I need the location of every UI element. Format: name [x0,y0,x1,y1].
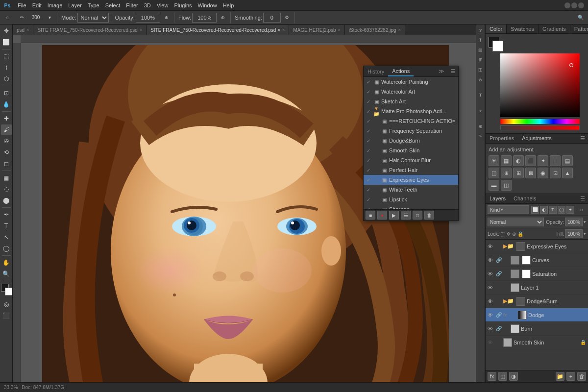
opacity-value-input[interactable] [565,218,583,226]
lasso-tool[interactable]: ⌇ [1,62,12,73]
tab-close[interactable]: × [338,27,341,32]
history-brush-tool[interactable]: ⟲ [1,147,12,158]
filter-shape-icon[interactable]: ◯ [558,206,565,214]
action-freq-sep[interactable]: ✓ ▣ Frequency Separation [364,126,458,136]
brush-tool[interactable]: 🖌 [1,124,12,135]
adj-brightness-btn[interactable]: ☀ [489,155,499,166]
fill-arrow[interactable]: ▾ [584,231,586,236]
healing-tool[interactable]: ✚ [1,113,12,124]
marquee-tool[interactable]: ⬚ [1,51,12,62]
layer-saturation[interactable]: 👁 🔗 Saturation [486,267,588,281]
quick-select-tool[interactable]: ⬡ [1,74,12,84]
window-maximize[interactable] [571,2,577,8]
tab-close[interactable]: × [398,27,401,32]
hue-slider[interactable] [500,119,580,124]
menu-type[interactable]: Type [85,1,102,9]
action-hair-blur[interactable]: ✓ ▣ Hair Contour Blur [364,155,458,165]
action-sketch-art[interactable]: ✓ ▣ Sketch Art [364,97,458,106]
adj-colorbalance-btn[interactable]: ▤ [562,155,573,166]
play-action-btn[interactable]: ▶ [389,211,399,220]
menu-layer[interactable]: Layer [65,1,85,9]
layers-tab[interactable]: Layers [486,194,510,203]
dodge-tool[interactable]: ⬤ [1,195,12,206]
new-adj-layer-btn[interactable]: ◑ [509,372,518,381]
action-lipstick[interactable]: ✓ ▣ Lipstick [364,195,458,204]
pen-tool[interactable]: ✒ [1,209,12,220]
action-dodge-burn[interactable]: ✓ ▣ Dodge&Burn [364,136,458,146]
search-btn[interactable]: 🔍 [575,12,586,23]
adj-curves-btn[interactable]: ◐ [513,155,524,166]
action-sharpen[interactable]: ✓ ▣ Sharpen [364,204,458,209]
strip-learn-icon[interactable]: ? [477,26,485,34]
adj-huesat-btn[interactable]: ≡ [550,155,561,166]
menu-view[interactable]: View [154,1,172,9]
path-tool[interactable]: ↖ [1,232,12,243]
adj-selective-color-btn[interactable]: ◫ [501,180,512,191]
brush-picker-btn[interactable]: ▾ [44,12,55,23]
strip-path-icon[interactable]: ⌖ [477,107,485,115]
blend-mode-select[interactable]: Normal Multiply Screen Overlay [488,218,544,226]
adj-channelmix-btn[interactable]: ⊞ [513,168,524,178]
window-minimize[interactable] [564,2,570,8]
properties-tab[interactable]: Properties [486,134,518,143]
menu-filter[interactable]: Filter [123,1,141,9]
tab-close[interactable]: × [26,27,29,32]
hand-tool[interactable]: ✋ [1,257,12,268]
new-action-set-btn[interactable]: ☰ [401,211,411,220]
action-white-teeth[interactable]: ✓ ▣ White Teeth [364,185,458,195]
adj-invert-btn[interactable]: ◉ [538,168,548,178]
opacity-arrow[interactable]: ▾ [584,220,586,224]
fill-value-input[interactable] [565,229,583,238]
adj-posterize-btn[interactable]: ⊡ [550,168,561,178]
lock-position-icon[interactable]: ✥ [507,231,511,237]
opacity-slider[interactable] [500,125,580,130]
adj-threshold-btn[interactable]: ▲ [562,168,573,178]
action-matte-pro-folder[interactable]: ✓ ▼ 📁 Matte Pro Photoshop Acti... [364,106,458,116]
channels-tab[interactable]: Channels [510,194,540,203]
artboard-tool[interactable]: ⬜ [1,37,12,48]
action-retouching[interactable]: ✓ ▣ ===RETOUCHING ACTIO=== [364,116,458,126]
layer-dodgeburn-folder[interactable]: 👁 ▶📁 Dodge&Burn [486,294,588,308]
layer-expressive-eyes-folder[interactable]: 👁 ▶📁 Expressive Eyes [486,240,588,253]
home-button[interactable]: ⌂ [2,12,13,23]
fg-bg-swatches[interactable] [489,37,503,51]
eyedropper-tool[interactable]: 💧 [1,99,12,110]
window-close[interactable] [578,2,584,8]
blur-tool[interactable]: ◌ [1,184,12,195]
visibility-icon[interactable]: 👁 [488,298,494,304]
layer-smooth-skin[interactable]: 👁 Smooth Skin 🔒 [486,336,588,349]
menu-3d[interactable]: 3D [141,1,154,9]
gradient-tool[interactable]: ▦ [1,172,12,183]
layer-curves[interactable]: 👁 🔗 Curves [486,253,588,267]
move-tool[interactable]: ✥ [1,25,12,36]
menu-plugins[interactable]: Plugins [171,1,195,9]
eraser-tool[interactable]: ◻ [1,158,12,169]
mode-select[interactable]: Normal Multiply Screen [77,13,109,23]
color-spectrum[interactable] [500,53,580,117]
new-layer-btn[interactable]: + [566,372,575,381]
lock-pixels-icon[interactable]: ⬚ [501,231,505,237]
action-expressive-eyes[interactable]: ✓ ▣ Expressive Eyes [364,175,458,185]
filter-type-icon[interactable]: T [549,206,557,214]
background-color[interactable] [5,288,13,295]
screen-mode-tool[interactable]: ⬛ [1,310,12,321]
record-action-btn[interactable]: ● [377,211,387,220]
crop-tool[interactable]: ⊡ [1,88,12,98]
add-mask-btn[interactable]: ◫ [498,372,507,381]
menu-select[interactable]: Select [102,1,123,9]
action-watercolor-art[interactable]: ✓ ▣ Watercolor Art [364,87,458,97]
layers-menu-btn[interactable]: ☰ [577,194,588,203]
zoom-tool[interactable]: 🔍 [1,269,12,279]
gradients-tab[interactable]: Gradients [539,24,570,33]
action-watercolor-painting[interactable]: ✓ ▣ Watercolor Painting [364,77,458,87]
strip-histogram-icon[interactable]: ▤ [477,46,485,54]
tab-close[interactable]: × [140,27,142,32]
new-action-btn[interactable]: □ [413,211,422,220]
canvas-area[interactable]: History Actions ≫ ☰ ✓ ▣ W [13,35,476,382]
patterns-tab[interactable]: Patterns [570,24,588,33]
adjustments-tab[interactable]: Adjustments [518,134,556,143]
strip-expand-icon[interactable]: » [477,132,485,140]
menu-edit[interactable]: Edit [29,1,45,9]
stop-action-btn[interactable]: ■ [366,211,375,220]
visibility-icon[interactable]: 👁 [488,271,494,277]
